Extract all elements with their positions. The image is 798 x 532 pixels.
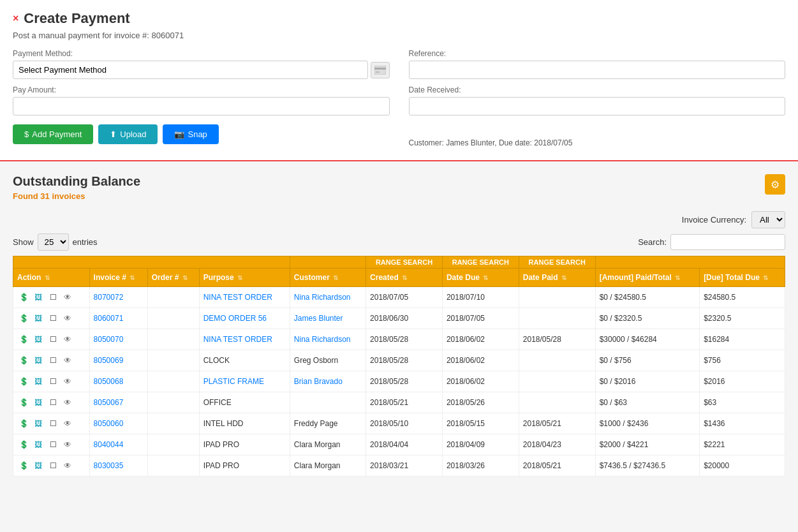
purpose-cell: NINA TEST ORDER xyxy=(199,287,290,308)
invoice-icon[interactable]: 🖼 xyxy=(32,460,45,471)
view-icon[interactable]: 👁 xyxy=(61,418,74,429)
currency-select[interactable]: All xyxy=(751,211,785,228)
date-received-group: Date Received: 2019-10-21 14:53:30 xyxy=(409,85,786,115)
view-icon[interactable]: 👁 xyxy=(61,397,74,408)
checkbox-icon[interactable]: ☐ xyxy=(47,418,59,429)
invoice-icon[interactable]: 🖼 xyxy=(32,397,45,408)
col-invoice[interactable]: Invoice # ⇅ xyxy=(89,269,147,287)
view-icon[interactable]: 👁 xyxy=(61,376,74,387)
credit-card-icon[interactable] xyxy=(371,62,390,78)
table-row: 💲 🖼 ☐ 👁 8050067OFFICE2018/05/212018/05/2… xyxy=(13,392,785,413)
action-cell: 💲 🖼 ☐ 👁 xyxy=(13,455,90,477)
upload-button[interactable]: ⬆ Upload xyxy=(98,124,158,144)
close-icon[interactable]: × xyxy=(13,13,18,24)
payment-method-select[interactable]: Select Payment Method xyxy=(13,61,368,79)
table-controls: Show 25 entries Search: xyxy=(13,233,785,251)
invoice-link[interactable]: 8050069 xyxy=(94,356,124,365)
created-cell: 2018/07/05 xyxy=(366,287,443,308)
invoice-icon[interactable]: 🖼 xyxy=(32,334,45,345)
checkbox-icon[interactable]: ☐ xyxy=(47,460,59,471)
invoice-icon[interactable]: 🖼 xyxy=(32,355,45,366)
checkbox-icon[interactable]: ☐ xyxy=(47,355,59,366)
purpose-link[interactable]: PLASTIC FRAME xyxy=(203,377,264,386)
checkbox-icon[interactable]: ☐ xyxy=(47,397,59,408)
invoice-icon[interactable]: 🖼 xyxy=(32,313,45,324)
show-select[interactable]: 25 xyxy=(38,233,69,251)
purpose-link[interactable]: DEMO ORDER 56 xyxy=(203,314,267,323)
col-action[interactable]: Action ⇅ xyxy=(13,269,90,287)
customer-link[interactable]: Nina Richardson xyxy=(294,293,351,302)
invoice-link[interactable]: 8050067 xyxy=(94,398,124,407)
pay-icon[interactable]: 💲 xyxy=(17,292,30,303)
view-icon[interactable]: 👁 xyxy=(61,460,74,471)
view-icon[interactable]: 👁 xyxy=(61,292,74,303)
pay-icon[interactable]: 💲 xyxy=(17,397,30,408)
date-due-cell: 2018/07/10 xyxy=(442,287,519,308)
pay-icon[interactable]: 💲 xyxy=(17,460,30,471)
invoice-icon[interactable]: 🖼 xyxy=(32,292,45,303)
invoice-link[interactable]: 8060071 xyxy=(94,314,124,323)
col-purpose[interactable]: Purpose ⇅ xyxy=(199,269,290,287)
paid-total-cell: $0 / $63 xyxy=(595,392,699,413)
customer-link[interactable]: Nina Richardson xyxy=(294,335,351,344)
col-date-due[interactable]: Date Due ⇅ xyxy=(442,269,519,287)
col-total-due[interactable]: [Due] Total Due ⇅ xyxy=(700,269,785,287)
invoice-icon[interactable]: 🖼 xyxy=(32,376,45,387)
search-input[interactable] xyxy=(670,234,785,250)
pay-icon[interactable]: 💲 xyxy=(17,334,30,345)
invoice-link[interactable]: 8070072 xyxy=(94,293,124,302)
checkbox-icon[interactable]: ☐ xyxy=(47,313,59,324)
date-paid-cell: 2018/05/28 xyxy=(519,329,595,350)
reference-input[interactable] xyxy=(409,61,786,79)
checkbox-icon[interactable]: ☐ xyxy=(47,439,59,450)
col-customer[interactable]: Customer ⇅ xyxy=(290,269,366,287)
view-icon[interactable]: 👁 xyxy=(61,355,74,366)
invoice-icon[interactable]: 🖼 xyxy=(32,418,45,429)
range-search-paid: RANGE SEARCH xyxy=(519,256,595,269)
col-date-paid[interactable]: Date Paid ⇅ xyxy=(519,269,595,287)
pay-icon[interactable]: 💲 xyxy=(17,313,30,324)
column-headers-row: Action ⇅ Invoice # ⇅ Order # ⇅ Purpose ⇅… xyxy=(13,269,785,287)
col-order[interactable]: Order # ⇅ xyxy=(147,269,199,287)
search-label: Search: xyxy=(638,237,667,247)
customer-cell: Brian Bravado xyxy=(290,371,366,392)
created-cell: 2018/04/04 xyxy=(366,434,443,455)
checkbox-icon[interactable]: ☐ xyxy=(47,334,59,345)
invoice-link[interactable]: 8040044 xyxy=(94,440,124,449)
invoice-link[interactable]: 8030035 xyxy=(94,461,124,470)
view-icon[interactable]: 👁 xyxy=(61,334,74,345)
invoice-link[interactable]: 8050068 xyxy=(94,377,124,386)
col-paid-total[interactable]: [Amount] Paid/Total ⇅ xyxy=(595,269,699,287)
purpose-link[interactable]: NINA TEST ORDER xyxy=(203,293,272,302)
action-buttons: $ Add Payment ⬆ Upload 📷 Snap xyxy=(13,124,390,144)
pay-icon[interactable]: 💲 xyxy=(17,418,30,429)
pay-icon[interactable]: 💲 xyxy=(17,376,30,387)
invoices-table: RANGE SEARCH RANGE SEARCH RANGE SEARCH A… xyxy=(13,256,785,477)
invoice-icon[interactable]: 🖼 xyxy=(32,439,45,450)
invoice-link[interactable]: 8050060 xyxy=(94,419,124,428)
invoice-number-cell: 8060071 xyxy=(89,308,147,329)
total-due-cell: $16284 xyxy=(700,329,785,350)
view-icon[interactable]: 👁 xyxy=(61,439,74,450)
pay-icon[interactable]: 💲 xyxy=(17,439,30,450)
view-icon[interactable]: 👁 xyxy=(61,313,74,324)
checkbox-icon[interactable]: ☐ xyxy=(47,292,59,303)
currency-row: Invoice Currency: All xyxy=(13,211,785,228)
customer-link[interactable]: Brian Bravado xyxy=(294,377,343,386)
date-due-cell: 2018/06/02 xyxy=(442,350,519,371)
paid-total-cell: $0 / $2016 xyxy=(595,371,699,392)
customer-link[interactable]: James Blunter xyxy=(294,314,343,323)
col-created[interactable]: Created ⇅ xyxy=(366,269,443,287)
pay-amount-group: Pay Amount: 2320.5 xyxy=(13,85,390,115)
invoice-link[interactable]: 8050070 xyxy=(94,335,124,344)
pay-icon[interactable]: 💲 xyxy=(17,355,30,366)
add-payment-button[interactable]: $ Add Payment xyxy=(13,124,93,144)
date-received-input[interactable]: 2019-10-21 14:53:30 xyxy=(409,97,786,115)
purpose-link[interactable]: NINA TEST ORDER xyxy=(203,335,272,344)
order-cell xyxy=(147,434,199,455)
checkbox-icon[interactable]: ☐ xyxy=(47,376,59,387)
pay-amount-input[interactable]: 2320.5 xyxy=(13,97,390,115)
purpose-cell: OFFICE xyxy=(199,392,290,413)
snap-button[interactable]: 📷 Snap xyxy=(163,124,218,144)
gear-button[interactable]: ⚙ xyxy=(765,174,785,195)
